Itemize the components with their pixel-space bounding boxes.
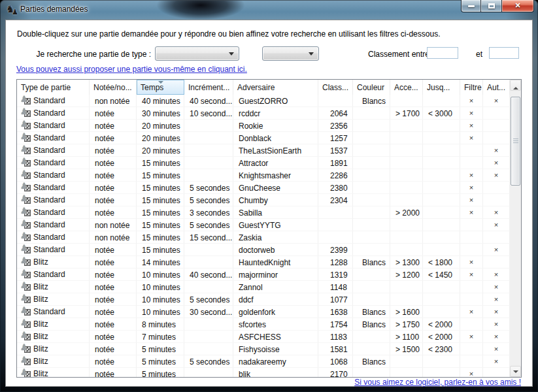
secondary-filter-dropdown[interactable] — [262, 46, 319, 61]
game-row[interactable]: ♟Blitznotée8 minutessfcortes1754Blancs> … — [17, 318, 510, 331]
minimize-button[interactable] — [461, 0, 481, 12]
game-row[interactable]: ♟Standardnotée15 minutes5 secondesGnuChe… — [17, 182, 510, 194]
column-header-type[interactable]: Type de partie — [17, 80, 90, 95]
cell-filter: × — [460, 368, 483, 377]
cell-time: 15 minutes — [137, 206, 184, 219]
game-row[interactable]: ♟Blitznotée5 minutes5 secondesnadakareem… — [17, 355, 510, 368]
cell-above — [390, 281, 423, 293]
cell-time: 15 minutes — [137, 169, 184, 182]
scroll-up-icon — [513, 84, 518, 90]
cell-time: 15 minutes — [137, 219, 184, 231]
vertical-scrollbar[interactable] — [510, 80, 521, 377]
cell-color — [353, 244, 390, 256]
cell-rating: 1288 — [318, 256, 353, 269]
pawn-icon: ♟ — [20, 231, 28, 241]
cell-increment: 5 secondes — [184, 355, 233, 368]
game-row[interactable]: ♟Standardnotée20 minutesTheLastSionEarth… — [17, 144, 510, 157]
cell-increment: 5 secondes — [184, 194, 233, 206]
game-row[interactable]: ♟Standardnotée15 minutesAttractor1891× — [17, 157, 510, 169]
scrollbar-thumb[interactable] — [511, 97, 520, 186]
game-type-label: Standard — [33, 195, 65, 204]
game-row[interactable]: ♟Standardnotée15 minutes3 secondesSabill… — [17, 206, 510, 219]
game-row[interactable]: ♟Standardnotée15 minutes5 secondesChumby… — [17, 194, 510, 206]
chessboard-pawn-icon: ♟ — [20, 295, 31, 304]
game-row[interactable]: ♟Blitznotée5 minutesblik2170× — [17, 368, 510, 377]
game-type-dropdown[interactable] — [155, 46, 239, 61]
chessboard-pawn-icon: ♟ — [20, 245, 31, 254]
cell-filter: × — [460, 182, 483, 194]
titlebar[interactable]: ♞♟ Parties demandées ✕ — [0, 0, 538, 20]
pawn-icon: ♟ — [20, 107, 28, 117]
column-header-label: Jusq... — [427, 83, 450, 92]
column-header-auto[interactable]: Aut... — [483, 80, 510, 95]
cell-auto: × — [483, 318, 510, 331]
scroll-up-button[interactable] — [510, 80, 521, 91]
cell-time: 15 minutes — [137, 244, 184, 256]
chessboard-pawn-icon: ♟ — [20, 282, 31, 291]
game-row[interactable]: ♟Standardnotée10 minutes30 second...gold… — [17, 306, 510, 318]
propose-game-link[interactable]: Vous pouvez aussi proposer une partie vo… — [16, 65, 247, 74]
cell-color — [353, 293, 390, 306]
cell-type: ♟Blitz — [17, 343, 90, 355]
column-header-filter[interactable]: Filtre — [460, 80, 483, 95]
game-row[interactable]: ♟Standardnotée20 minutesDonblack1257× — [17, 132, 510, 144]
cell-adversary: sfcortes — [233, 318, 318, 331]
game-row[interactable]: ♟Blitznotée10 minutes5 secondesddcf1077× — [17, 293, 510, 306]
game-row[interactable]: ♟Blitznotée5 minutesFishysoisse1581> 150… — [17, 343, 510, 355]
cell-rated: notée — [90, 355, 137, 368]
scroll-down-button[interactable] — [510, 366, 521, 377]
cell-rating: 1257 — [318, 132, 353, 144]
game-row[interactable]: ♟Blitznotée10 minutesZannol1148× — [17, 281, 510, 293]
pawn-icon: ♟ — [20, 194, 28, 204]
cell-increment: 10 second... — [184, 107, 233, 120]
cell-rated: non notée — [90, 231, 137, 244]
rating-max-input[interactable] — [489, 47, 519, 59]
column-header-rating[interactable]: Class... — [318, 80, 353, 95]
maximize-button[interactable] — [481, 0, 502, 12]
column-header-above[interactable]: Acce... — [390, 80, 423, 95]
cell-rated: notée — [90, 157, 137, 169]
cell-adversary: Attractor — [233, 157, 318, 169]
cell-time: 5 minutes — [137, 368, 184, 377]
column-header-rated[interactable]: Notée/no... — [90, 80, 137, 95]
cell-adversary: GnuCheese — [233, 182, 318, 194]
cell-rating: 1754 — [318, 318, 353, 331]
cell-adversary: ASFCHESS — [233, 331, 318, 343]
game-row[interactable]: ♟Blitznotée7 minutesASFCHESS1183> 1100< … — [17, 331, 510, 343]
cell-time: 30 minutes — [137, 107, 184, 120]
cell-filter — [460, 293, 483, 306]
game-row[interactable]: ♟Blitznotée14 minutesHauntedKnight1288Bl… — [17, 256, 510, 269]
pawn-icon: ♟ — [20, 132, 28, 142]
chessboard-pawn-icon: ♟ — [20, 195, 31, 204]
game-row[interactable]: ♟Standardnotée10 minutes40 second...majo… — [17, 269, 510, 281]
column-header-adversary[interactable]: Adversaire — [233, 80, 318, 95]
game-row[interactable]: ♟Standardnon notée15 minutes5 secondesGu… — [17, 219, 510, 231]
column-header-increment[interactable]: Incrément... — [184, 80, 233, 95]
game-row[interactable]: ♟Standardnon notée15 minutes15 second...… — [17, 231, 510, 244]
game-row[interactable]: ♟Standardnotée30 minutes10 second...rcdd… — [17, 107, 510, 120]
game-row[interactable]: ♟Standardnotée15 minutesdoctorweb2399× — [17, 244, 510, 256]
column-header-label: Adversaire — [237, 83, 275, 92]
game-type-label: Blitz — [33, 357, 48, 366]
game-row[interactable]: ♟Standardnotée20 minutesRookie2356× — [17, 120, 510, 132]
chessboard-pawn-icon: ♟ — [20, 319, 31, 329]
window-title: Parties demandées — [20, 5, 88, 14]
cell-rating: 1581 — [318, 343, 353, 355]
column-header-color[interactable]: Couleur — [353, 80, 390, 95]
cell-increment: 5 secondes — [184, 182, 233, 194]
share-link[interactable]: Si vous aimez ce logiciel, parlez-en à v… — [354, 378, 521, 387]
chessboard-pawn-icon: ♟ — [20, 108, 31, 118]
instructions-text: Double-cliquez sur une partie demandée p… — [17, 29, 440, 39]
cell-time: 20 minutes — [137, 120, 184, 132]
rating-min-input[interactable] — [427, 47, 458, 59]
cell-rating — [318, 206, 353, 219]
caption-buttons: ✕ — [461, 0, 534, 12]
game-row[interactable]: ♟Standardnon notée40 minutes40 second...… — [17, 95, 510, 107]
game-row[interactable]: ♟Standardnotée15 minutesKnightsmasher228… — [17, 169, 510, 182]
close-button[interactable]: ✕ — [502, 0, 534, 12]
column-header-time[interactable]: Temps — [137, 80, 184, 95]
cell-below: < 2000 — [423, 318, 460, 331]
cell-filter: × — [460, 194, 483, 206]
cell-rated: notée — [90, 169, 137, 182]
column-header-below[interactable]: Jusq... — [423, 80, 460, 95]
